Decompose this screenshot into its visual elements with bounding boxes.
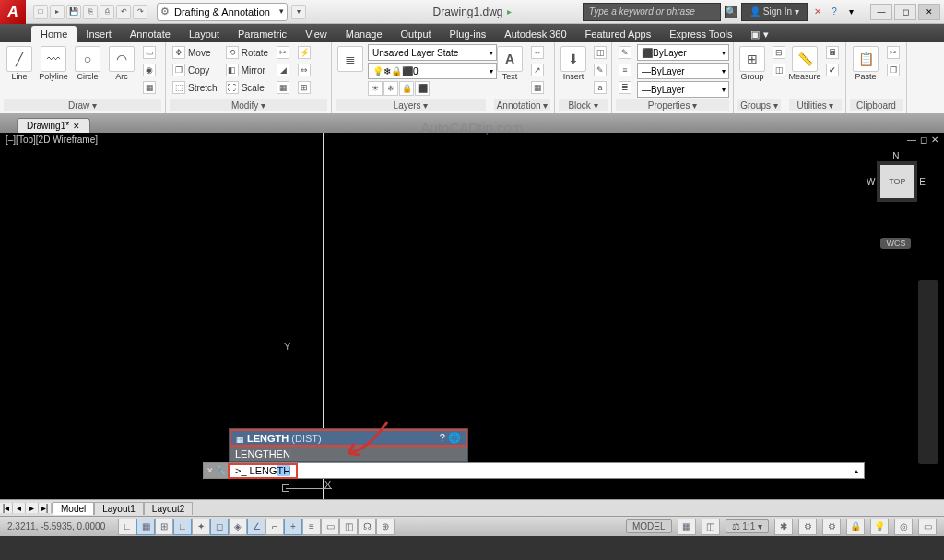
command-history-icon[interactable]: ▴ [855,467,858,475]
layout2-tab[interactable]: Layout2 [144,502,194,515]
line-button[interactable]: ╱Line [4,44,35,83]
array-button[interactable]: ▦ [274,79,292,96]
viewcube-e[interactable]: E [919,177,926,187]
panel-clipboard-title[interactable]: Clipboard [850,99,903,111]
status-ws-icon[interactable]: ⚙ [822,519,841,535]
panel-block-title[interactable]: Block ▾ [559,99,608,111]
toggle-am-icon[interactable]: ⊕ [376,519,395,535]
tab-plugins[interactable]: Plug-ins [441,26,496,42]
copy-clip-icon[interactable]: ❐ [884,62,903,78]
qat-redo-icon[interactable]: ↷ [133,5,148,19]
tab-view[interactable]: View [296,26,336,42]
group-button[interactable]: ⊞Group [738,44,767,83]
command-line[interactable]: ✕🔧 >_ LENGTH ▴ [203,462,865,479]
stretch-button[interactable]: ⬚Stretch [170,79,220,96]
text-button[interactable]: AText [494,44,525,83]
toggle-infer-icon[interactable]: ∟ [118,519,136,535]
layer-tool3-icon[interactable]: 🔒 [399,81,414,96]
toggle-ortho-icon[interactable]: ∟ [173,519,192,535]
util-a-icon[interactable]: 🖩 [823,44,842,61]
measure-button[interactable]: 📏Measure [789,44,820,83]
viewport-label[interactable]: [–][Top][2D Wireframe] [6,134,98,145]
viewcube-n[interactable]: N [867,151,926,161]
draw-extra3-icon[interactable]: ▦ [140,79,159,96]
tab-layout[interactable]: Layout [180,26,229,42]
leader-button[interactable]: ↗ [528,62,547,78]
tab-insert[interactable]: Insert [77,26,121,42]
mirror-button[interactable]: ◧Mirror [223,62,271,78]
trim-button[interactable]: ✂ [274,44,292,61]
arc-button[interactable]: ◠Arc [106,44,137,83]
help-dropdown-icon[interactable]: ▾ [844,6,857,18]
document-tab[interactable]: Drawing1*✕ [17,118,90,133]
qat-new-icon[interactable]: □ [33,5,48,19]
vp-minimize-icon[interactable]: — [907,134,916,145]
modify-b-icon[interactable]: ⇔ [295,62,313,78]
qat-saveas-icon[interactable]: ⎘ [83,5,98,19]
coordinates-readout[interactable]: 2.3211, -5.5935, 0.0000 [0,521,118,531]
tab-home[interactable]: Home [31,26,77,42]
status-grid-icon[interactable]: ▦ [678,519,696,535]
rotate-button[interactable]: ⟲Rotate [223,44,271,61]
status-hardware-icon[interactable]: 💡 [870,519,889,535]
status-clean-icon[interactable]: ▭ [918,519,937,535]
layer-state-combo[interactable]: Unsaved Layer State [368,44,497,61]
status-layout-icon[interactable]: ◫ [702,519,720,535]
exchange-icon[interactable]: ✕ [811,6,824,18]
prop-b-icon[interactable]: ≣ [616,79,634,96]
layer-properties-button[interactable]: ≣ [336,44,365,74]
draw-extra2-icon[interactable]: ◉ [140,62,159,78]
tab-expresstools[interactable]: Express Tools [660,26,741,42]
tab-featured[interactable]: Featured Apps [576,26,661,42]
suggestion-lengthen[interactable]: LENGTHEN [230,447,467,461]
drawing-canvas[interactable]: AutoCADtip.com [–][Top][2D Wireframe] — … [0,133,944,499]
status-lock-icon[interactable]: 🔒 [846,519,865,535]
create-block-icon[interactable]: ◫ [591,44,609,61]
panel-annotation-title[interactable]: Annotation ▾ [494,99,550,111]
close-button[interactable]: ✕ [918,4,940,20]
tab-nav-last-icon[interactable]: ▸| [39,503,52,513]
vp-restore-icon[interactable]: ◻ [920,134,927,145]
minimize-button[interactable]: — [870,4,892,20]
suggestion-length[interactable]: ▦ LENGTH (DIST) ? 🌐 [230,429,467,447]
attr-block-icon[interactable]: a [591,79,609,96]
ribbon-extras-icon[interactable]: ▣ ▾ [741,26,777,42]
panel-groups-title[interactable]: Groups ▾ [738,99,781,111]
panel-utilities-title[interactable]: Utilities ▾ [789,99,842,111]
modify-a-icon[interactable]: ⚡ [295,44,313,61]
qat-undo-icon[interactable]: ↶ [116,5,131,19]
signin-button[interactable]: 👤 Sign In ▾ [741,3,808,21]
scale-button[interactable]: ⛶Scale [223,79,271,96]
toggle-osnap-icon[interactable]: ◻ [210,519,229,535]
insert-button[interactable]: ⬇Insert [559,44,588,83]
maximize-button[interactable]: ◻ [894,4,916,20]
wcs-badge[interactable]: WCS [880,238,911,249]
polyline-button[interactable]: 〰Polyline [38,44,69,83]
table-button[interactable]: ▦ [528,79,547,96]
cut-icon[interactable]: ✂ [884,44,903,61]
layer-tool1-icon[interactable]: ☀ [368,81,383,96]
tab-autodesk360[interactable]: Autodesk 360 [495,26,575,42]
copy-button[interactable]: ❐Copy [170,62,220,78]
modify-c-icon[interactable]: ⊞ [295,79,313,96]
model-space-button[interactable]: MODEL [626,519,672,533]
move-button[interactable]: ✥Move [170,44,220,61]
toggle-tpy-icon[interactable]: ▭ [321,519,339,535]
anno-scale-button[interactable]: ⚖ 1:1 ▾ [726,519,769,533]
toggle-otrack-icon[interactable]: ∠ [247,519,266,535]
tab-nav-next-icon[interactable]: ▸ [26,503,39,513]
vp-close-icon[interactable]: ✕ [931,134,938,145]
linetype-combo[interactable]: — ByLayer [637,63,729,79]
color-combo[interactable]: ⬛ ByLayer [637,44,729,61]
panel-draw-title[interactable]: Draw ▾ [4,99,161,111]
tab-output[interactable]: Output [392,26,441,42]
toggle-grid-icon[interactable]: ⊞ [155,519,173,535]
edit-block-icon[interactable]: ✎ [591,62,609,78]
toggle-sc-icon[interactable]: ☊ [358,519,376,535]
command-line-handle[interactable]: ✕🔧 [204,463,228,478]
help-icon[interactable]: ? [828,6,841,18]
suggest-internet-icon[interactable]: 🌐 [448,432,461,443]
toggle-qp-icon[interactable]: ◫ [339,519,358,535]
toggle-polar-icon[interactable]: ✦ [192,519,210,535]
util-b-icon[interactable]: ✔ [823,62,842,78]
